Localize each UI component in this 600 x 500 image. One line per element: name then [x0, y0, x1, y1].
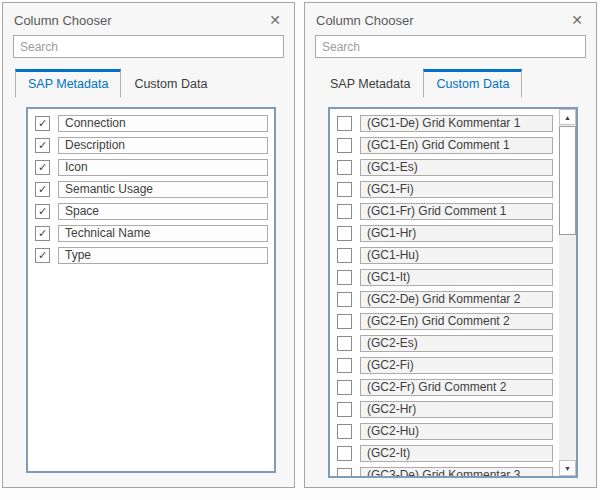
column-item-row: (GC1-Es) [337, 159, 553, 176]
panel-title: Column Chooser [316, 13, 414, 28]
search-input[interactable] [13, 35, 284, 58]
column-list-rows: ✓ Connection ✓ Description ✓ Icon ✓ Sema… [28, 109, 274, 269]
checkbox[interactable] [337, 160, 352, 175]
column-item-label[interactable]: (GC1-It) [360, 269, 553, 286]
column-item-label[interactable]: Semantic Usage [58, 181, 268, 198]
panel-header: Column Chooser ✕ [3, 3, 294, 28]
column-item-label[interactable]: (GC1-Es) [360, 159, 553, 176]
scrollbar-track[interactable] [559, 125, 576, 460]
scrollbar-thumb[interactable] [559, 126, 576, 235]
checkbox[interactable]: ✓ [35, 138, 50, 153]
column-item-row: (GC1-Fr) Grid Comment 1 [337, 203, 553, 220]
checkbox[interactable] [337, 314, 352, 329]
column-list-rows: (GC1-De) Grid Kommentar 1 (GC1-En) Grid … [330, 109, 559, 476]
tab-custom-data[interactable]: Custom Data [423, 69, 522, 98]
scroll-down-button[interactable]: ▼ [559, 460, 576, 476]
checkbox[interactable] [337, 424, 352, 439]
checkbox[interactable]: ✓ [35, 248, 50, 263]
column-item-label[interactable]: Technical Name [58, 225, 268, 242]
column-item-label[interactable]: (GC2-En) Grid Comment 2 [360, 313, 553, 330]
checkbox[interactable]: ✓ [35, 160, 50, 175]
checkbox[interactable] [337, 204, 352, 219]
column-item-row: (GC2-De) Grid Kommentar 2 [337, 291, 553, 308]
column-item-label[interactable]: (GC2-Hr) [360, 401, 553, 418]
column-item-row: (GC1-De) Grid Kommentar 1 [337, 115, 553, 132]
column-item-label[interactable]: (GC2-Es) [360, 335, 553, 352]
column-item-row: (GC2-Fi) [337, 357, 553, 374]
checkbox[interactable] [337, 248, 352, 263]
scroll-up-button[interactable]: ▲ [559, 109, 576, 125]
column-item-label[interactable]: (GC1-Fr) Grid Comment 1 [360, 203, 553, 220]
tab-strip: SAP Metadata Custom Data [317, 69, 586, 98]
checkbox[interactable]: ✓ [35, 204, 50, 219]
column-item-label[interactable]: (GC2-Fi) [360, 357, 553, 374]
checkbox[interactable] [337, 270, 352, 285]
checkbox[interactable] [337, 402, 352, 417]
column-item-label[interactable]: (GC1-Hr) [360, 225, 553, 242]
checkbox[interactable] [337, 116, 352, 131]
column-item-label[interactable]: Space [58, 203, 268, 220]
checkbox[interactable]: ✓ [35, 116, 50, 131]
column-chooser-panel-right: Column Chooser ✕ SAP Metadata Custom Dat… [304, 2, 597, 488]
checkbox[interactable]: ✓ [35, 226, 50, 241]
column-item-row: (GC2-It) [337, 445, 553, 462]
checkbox[interactable] [337, 138, 352, 153]
checkbox[interactable]: ✓ [35, 182, 50, 197]
column-item-row: (GC2-Es) [337, 335, 553, 352]
column-item-label[interactable]: (GC2-De) Grid Kommentar 2 [360, 291, 553, 308]
checkbox[interactable] [337, 182, 352, 197]
column-item-label[interactable]: (GC2-It) [360, 445, 553, 462]
column-item-label[interactable]: Type [58, 247, 268, 264]
close-icon[interactable]: ✕ [267, 12, 283, 28]
column-item-label[interactable]: Description [58, 137, 268, 154]
column-item-label[interactable]: (GC2-Hu) [360, 423, 553, 440]
close-icon[interactable]: ✕ [569, 12, 585, 28]
column-item-label[interactable]: (GC1-Fi) [360, 181, 553, 198]
column-item-row: ✓ Description [35, 137, 268, 154]
column-item-row: (GC3-De) Grid Kommentar 3 [337, 467, 553, 476]
column-item-label[interactable]: (GC2-Fr) Grid Comment 2 [360, 379, 553, 396]
column-item-row: ✓ Technical Name [35, 225, 268, 242]
column-item-label[interactable]: Icon [58, 159, 268, 176]
checkbox[interactable] [337, 226, 352, 241]
column-item-row: (GC1-Hu) [337, 247, 553, 264]
column-item-row: ✓ Icon [35, 159, 268, 176]
tab-sap-metadata[interactable]: SAP Metadata [317, 69, 423, 98]
column-item-label[interactable]: Connection [58, 115, 268, 132]
column-item-row: (GC2-Hu) [337, 423, 553, 440]
column-item-row: (GC1-It) [337, 269, 553, 286]
checkbox[interactable] [337, 336, 352, 351]
scrollbar[interactable]: ▲ ▼ [559, 109, 576, 476]
checkbox[interactable] [337, 468, 352, 476]
checkbox[interactable] [337, 380, 352, 395]
column-item-label[interactable]: (GC1-De) Grid Kommentar 1 [360, 115, 553, 132]
checkbox[interactable] [337, 446, 352, 461]
tab-strip: SAP Metadata Custom Data [15, 69, 284, 98]
panel-title: Column Chooser [14, 13, 112, 28]
column-item-label[interactable]: (GC1-En) Grid Comment 1 [360, 137, 553, 154]
tab-custom-data[interactable]: Custom Data [121, 69, 220, 98]
panel-header: Column Chooser ✕ [305, 3, 596, 28]
column-item-row: (GC2-En) Grid Comment 2 [337, 313, 553, 330]
column-item-row: ✓ Space [35, 203, 268, 220]
tab-sap-metadata[interactable]: SAP Metadata [15, 69, 121, 98]
column-item-row: ✓ Connection [35, 115, 268, 132]
column-item-row: ✓ Semantic Usage [35, 181, 268, 198]
column-item-row: (GC2-Hr) [337, 401, 553, 418]
column-item-label[interactable]: (GC3-De) Grid Kommentar 3 [360, 467, 553, 476]
column-item-label[interactable]: (GC1-Hu) [360, 247, 553, 264]
checkbox[interactable] [337, 358, 352, 373]
column-item-row: (GC2-Fr) Grid Comment 2 [337, 379, 553, 396]
column-item-row: ✓ Type [35, 247, 268, 264]
checkbox[interactable] [337, 292, 352, 307]
column-item-row: (GC1-En) Grid Comment 1 [337, 137, 553, 154]
column-chooser-panel-left: Column Chooser ✕ SAP Metadata Custom Dat… [2, 2, 295, 488]
column-list: (GC1-De) Grid Kommentar 1 (GC1-En) Grid … [328, 107, 578, 478]
search-input[interactable] [315, 35, 586, 58]
column-list: ✓ Connection ✓ Description ✓ Icon ✓ Sema… [26, 107, 276, 473]
column-item-row: (GC1-Fi) [337, 181, 553, 198]
column-item-row: (GC1-Hr) [337, 225, 553, 242]
